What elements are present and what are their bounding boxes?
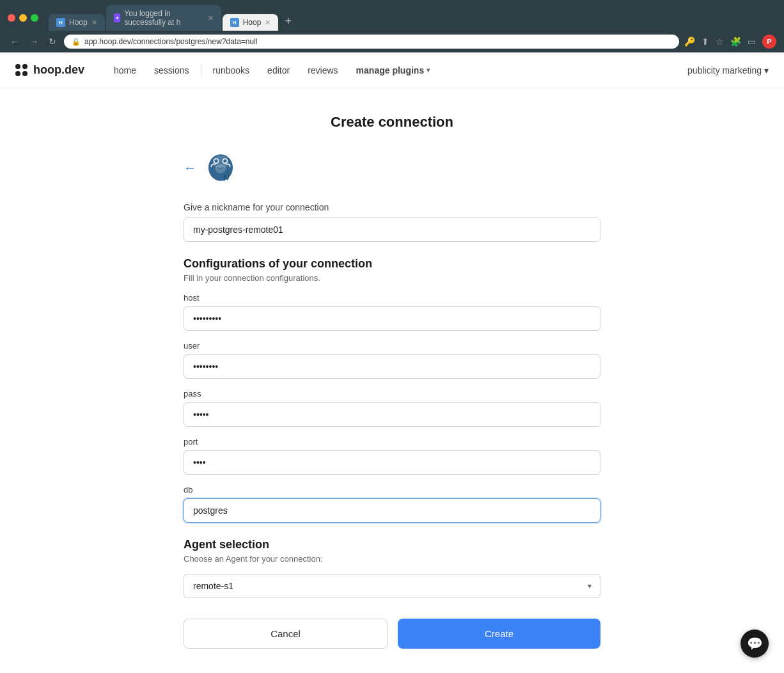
- manage-plugins-arrow: ▾: [427, 67, 430, 74]
- tab-favicon-3: H: [230, 18, 239, 27]
- port-input[interactable]: [184, 450, 600, 475]
- maximize-window-btn[interactable]: [31, 14, 38, 22]
- svg-point-4: [214, 159, 217, 162]
- db-field-group: db: [184, 485, 600, 523]
- agent-title: Agent selection: [184, 538, 600, 551]
- bookmark-icon[interactable]: ☆: [716, 36, 724, 47]
- db-label: db: [184, 485, 600, 495]
- chat-support-button[interactable]: 💬: [741, 629, 769, 658]
- db-input[interactable]: [184, 498, 600, 523]
- nickname-input[interactable]: [184, 218, 600, 242]
- pass-field-group: pass: [184, 389, 600, 427]
- user-input[interactable]: [184, 354, 600, 379]
- browser-tab-1[interactable]: H Hoop ✕: [49, 14, 105, 31]
- new-tab-button[interactable]: +: [279, 12, 297, 31]
- tab-label-3: Hoop: [243, 18, 262, 27]
- host-label: host: [184, 293, 600, 303]
- pass-input[interactable]: [184, 402, 600, 427]
- agent-select-wrapper: remote-s1 remote-s2 local ▾: [184, 574, 600, 598]
- tab-bar: H Hoop ✕ ✦ You logged in successfully at…: [49, 5, 776, 31]
- app-container: hoop.dev home sessions runbooks editor r…: [0, 52, 784, 673]
- tab-favicon-1: H: [56, 18, 65, 27]
- back-and-icon: ←: [184, 151, 600, 184]
- close-window-btn[interactable]: [8, 14, 15, 22]
- traffic-lights: [8, 14, 38, 22]
- chat-icon: 💬: [747, 636, 763, 651]
- lock-icon: 🔒: [72, 38, 81, 46]
- browser-addressbar: ← → ↻ 🔒 app.hoop.dev/connections/postgre…: [0, 31, 784, 52]
- tab-label-2: You logged in successfully at h: [124, 9, 203, 27]
- nav-manage-plugins[interactable]: manage plugins ▾: [347, 52, 439, 88]
- buttons-row: Cancel Create: [184, 619, 600, 649]
- agent-section: Agent selection Choose an Agent for your…: [184, 538, 600, 598]
- nav-reviews[interactable]: reviews: [299, 52, 347, 88]
- tab-label-1: Hoop: [69, 18, 88, 27]
- nickname-field-group: Give a nickname for your connection: [184, 202, 600, 242]
- user-field-group: user: [184, 341, 600, 379]
- share-icon[interactable]: ⬆: [702, 36, 709, 47]
- profile-button[interactable]: P: [762, 35, 776, 49]
- org-dropdown-arrow: ▾: [764, 65, 769, 75]
- refresh-button[interactable]: ↻: [46, 35, 59, 48]
- user-label: user: [184, 341, 600, 351]
- minimize-window-btn[interactable]: [19, 14, 27, 22]
- port-field-group: port: [184, 437, 600, 475]
- tab-close-2[interactable]: ✕: [208, 14, 214, 22]
- host-field-group: host: [184, 293, 600, 331]
- nav-sessions[interactable]: sessions: [145, 52, 198, 88]
- nav-links: home sessions runbooks editor reviews ma…: [105, 52, 439, 88]
- forward-button[interactable]: →: [27, 35, 41, 48]
- browser-tab-2[interactable]: ✦ You logged in successfully at h ✕: [106, 5, 221, 31]
- logo-icon: [15, 64, 28, 76]
- nav-home[interactable]: home: [105, 52, 145, 88]
- nickname-label: Give a nickname for your connection: [184, 202, 600, 212]
- postgres-icon: [204, 151, 237, 184]
- nav-runbooks[interactable]: runbooks: [204, 52, 259, 88]
- nav-editor[interactable]: editor: [258, 52, 299, 88]
- back-arrow-button[interactable]: ←: [184, 161, 196, 175]
- page-title: Create connection: [184, 114, 600, 131]
- create-button[interactable]: Create: [398, 619, 600, 649]
- manage-plugins-label: manage plugins: [356, 65, 425, 75]
- sidebar-icon[interactable]: ▭: [748, 36, 756, 47]
- host-input[interactable]: [184, 306, 600, 331]
- tab-close-3[interactable]: ✕: [265, 19, 270, 27]
- config-title: Configurations of your connection: [184, 257, 600, 271]
- cancel-button[interactable]: Cancel: [184, 619, 388, 649]
- key-icon[interactable]: 🔑: [684, 36, 695, 47]
- port-label: port: [184, 437, 600, 447]
- config-subtitle: Fill in your connection configurations.: [184, 273, 600, 283]
- logo-text: hoop.dev: [33, 63, 84, 77]
- org-name: publicity marketing: [687, 65, 762, 75]
- org-selector[interactable]: publicity marketing ▾: [687, 65, 769, 75]
- back-button[interactable]: ←: [8, 35, 22, 48]
- agent-subtitle: Choose an Agent for your connection:: [184, 554, 600, 564]
- config-section: Configurations of your connection Fill i…: [184, 257, 600, 523]
- extensions-icon[interactable]: 🧩: [730, 36, 741, 47]
- agent-select[interactable]: remote-s1 remote-s2 local: [184, 574, 600, 598]
- browser-tab-3[interactable]: H Hoop ✕: [223, 14, 279, 31]
- logo[interactable]: hoop.dev: [15, 63, 84, 77]
- tab-favicon-2: ✦: [114, 13, 121, 22]
- pass-label: pass: [184, 389, 600, 399]
- tab-close-1[interactable]: ✕: [91, 19, 97, 27]
- browser-titlebar: H Hoop ✕ ✦ You logged in successfully at…: [0, 0, 784, 31]
- address-bar[interactable]: 🔒 app.hoop.dev/connections/postgres/new?…: [64, 35, 679, 49]
- browser-chrome: H Hoop ✕ ✦ You logged in successfully at…: [0, 0, 784, 52]
- top-nav: hoop.dev home sessions runbooks editor r…: [0, 52, 784, 88]
- svg-point-5: [223, 159, 226, 162]
- page-content: Create connection ←: [168, 88, 616, 673]
- browser-actions: 🔑 ⬆ ☆ 🧩 ▭ P: [684, 35, 776, 49]
- url-text: app.hoop.dev/connections/postgres/new?da…: [84, 37, 258, 46]
- nav-separator: [201, 64, 201, 77]
